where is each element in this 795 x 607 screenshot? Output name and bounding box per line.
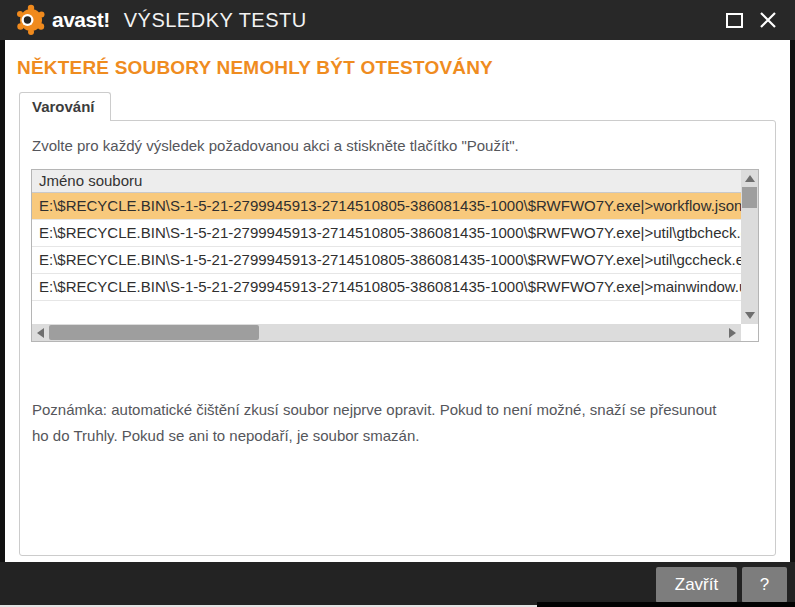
- vertical-scrollbar[interactable]: [741, 170, 758, 324]
- file-list-row[interactable]: E:\$RECYCLE.BIN\S-1-5-21-2799945913-2714…: [32, 193, 741, 220]
- vertical-scrollbar-thumb[interactable]: [742, 187, 757, 208]
- tab-varovani[interactable]: Varování: [19, 92, 111, 121]
- titlebar: avast! VÝSLEDKY TESTU: [0, 0, 795, 40]
- warning-heading: NĚKTERÉ SOUBORY NEMOHLY BÝT OTESTOVÁNY: [17, 57, 781, 79]
- bottom-edge-dark: [537, 602, 795, 607]
- horizontal-scrollbar[interactable]: [32, 324, 741, 341]
- horizontal-scrollbar-thumb[interactable]: [49, 325, 259, 340]
- window-title: VÝSLEDKY TESTU: [124, 9, 307, 32]
- close-window-button[interactable]: [751, 4, 785, 36]
- help-button[interactable]: ?: [742, 567, 787, 603]
- instruction-text: Zvolte pro každý výsledek požadovanou ak…: [20, 121, 775, 154]
- close-icon: [757, 9, 779, 31]
- avast-logo: avast!: [14, 3, 110, 37]
- warning-tab-panel: Zvolte pro každý výsledek požadovanou ak…: [19, 120, 776, 556]
- file-list-row[interactable]: E:\$RECYCLE.BIN\S-1-5-21-2799945913-2714…: [32, 220, 741, 247]
- scroll-left-icon[interactable]: [37, 328, 44, 338]
- scroll-down-icon[interactable]: [745, 312, 755, 319]
- avast-results-dialog: avast! VÝSLEDKY TESTU NĚKTERÉ SOUBORY NE…: [0, 0, 795, 607]
- file-list-row[interactable]: E:\$RECYCLE.BIN\S-1-5-21-2799945913-2714…: [32, 247, 741, 274]
- close-button[interactable]: Zavřít: [656, 567, 737, 603]
- footer-bar: Zavřít ?: [0, 562, 795, 607]
- maximize-icon: [726, 13, 743, 28]
- maximize-button[interactable]: [717, 4, 751, 36]
- brand-text: avast!: [52, 8, 110, 32]
- scroll-right-icon[interactable]: [729, 328, 736, 338]
- avast-logo-icon: [14, 3, 48, 37]
- file-list-column-header: Jméno souboru: [32, 170, 741, 193]
- file-list: Jméno souboru E:\$RECYCLE.BIN\S-1-5-21-2…: [31, 169, 759, 342]
- scrollbar-corner: [741, 324, 758, 341]
- tab-strip: Varování: [19, 92, 781, 120]
- note-text: Poznámka: automatické čištění zkusí soub…: [32, 397, 735, 449]
- file-list-inner: Jméno souboru E:\$RECYCLE.BIN\S-1-5-21-2…: [32, 170, 741, 324]
- file-list-row[interactable]: E:\$RECYCLE.BIN\S-1-5-21-2799945913-2714…: [32, 274, 741, 301]
- dialog-content: NĚKTERÉ SOUBORY NEMOHLY BÝT OTESTOVÁNY V…: [0, 40, 795, 562]
- scroll-up-icon[interactable]: [745, 175, 755, 182]
